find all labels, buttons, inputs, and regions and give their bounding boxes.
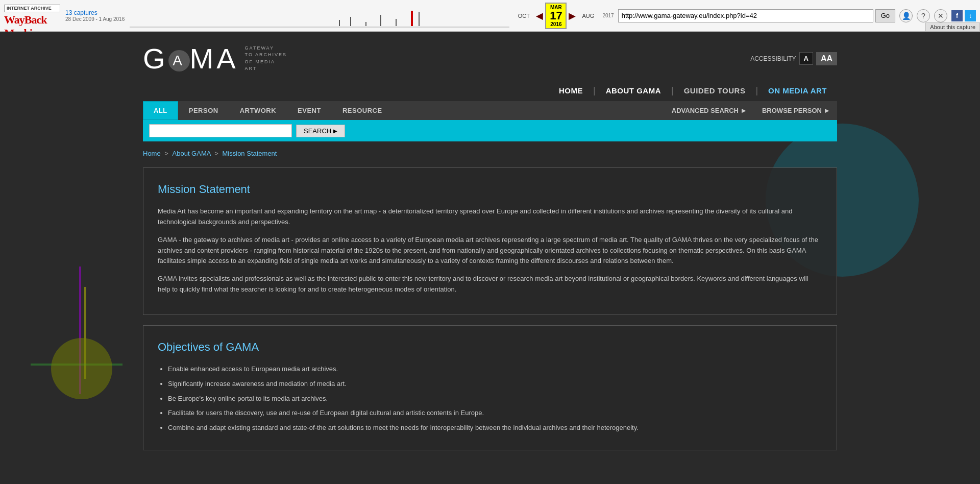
breadcrumb-home[interactable]: Home (143, 150, 161, 157)
breadcrumb-sep-2: > (214, 150, 220, 157)
url-bar: Go (618, 9, 895, 22)
prev-month-label: OCT (513, 13, 534, 19)
nav-guided-tours[interactable]: GUIDED TOURS (674, 86, 756, 95)
search-bar: SEARCH (143, 120, 837, 141)
tab-all[interactable]: ALL (143, 101, 178, 120)
next-month-label: AUG (578, 13, 598, 19)
paragraph-1: Media Art has become an important and ex… (158, 206, 822, 228)
accessibility-label: ACCESSIBILITY (750, 55, 796, 62)
list-item: Significantly increase awareness and med… (168, 379, 822, 390)
captures-date: 28 Dec 2009 - 1 Aug 2016 (65, 16, 125, 22)
nav-home[interactable]: HOME (549, 86, 593, 95)
close-icon[interactable]: ✕ (934, 9, 947, 22)
wayback-toolbar: INTERNET ARCHIVE WayBackMachine 13 captu… (0, 0, 980, 32)
search-button[interactable]: SEARCH (296, 125, 345, 137)
help-icon[interactable]: ? (917, 9, 930, 22)
accessibility-bar: ACCESSIBILITY A AA (750, 52, 837, 65)
tab-artwork[interactable]: ARTWORK (229, 101, 287, 120)
timeline[interactable] (130, 3, 509, 29)
breadcrumb-current[interactable]: Mission Statement (223, 150, 277, 157)
current-date-box: MAR 17 2016 (545, 3, 567, 29)
accessibility-large-btn[interactable]: AA (816, 52, 837, 65)
main-content-box: Mission Statement Media Art has become a… (143, 167, 837, 315)
breadcrumb: Home > About GAMA > Mission Statement (143, 150, 837, 157)
nav-on-media-art[interactable]: ON MEDIA ART (758, 86, 837, 95)
internet-archive-logo[interactable]: INTERNET ARCHIVE WayBackMachine (4, 5, 60, 27)
next-year: 2017 (602, 13, 614, 18)
accessibility-small-btn[interactable]: A (799, 52, 813, 65)
tab-event[interactable]: EVENT (287, 101, 332, 120)
logo-container: GAMA GATEWAY TO ARCHIVES OF MEDIA ART (143, 42, 287, 75)
list-item: Combine and adapt existing standard and … (168, 423, 822, 433)
user-icon[interactable]: 👤 (899, 9, 913, 22)
objectives-title: Objectives of GAMA (158, 338, 822, 356)
go-button[interactable]: Go (875, 9, 895, 22)
list-item: Facilitate for users the discovery, use … (168, 408, 822, 419)
breadcrumb-about-gama[interactable]: About GAMA (173, 150, 211, 157)
tab-resource[interactable]: RESOURCE (332, 101, 393, 120)
paragraph-2: GAMA - the gateway to archives of media … (158, 235, 822, 267)
search-input[interactable] (149, 124, 292, 137)
breadcrumb-sep-1: > (164, 150, 170, 157)
site-wrapper: GAMA GATEWAY TO ARCHIVES OF MEDIA ART AC… (0, 32, 980, 484)
gama-logo[interactable]: GAMA (143, 42, 239, 75)
url-input[interactable] (618, 9, 873, 22)
search-tabs: ALL PERSON ARTWORK EVENT RESOURCE ADVANC… (143, 101, 837, 120)
list-item: Be Europe's key online portal to its med… (168, 394, 822, 404)
paragraph-3: GAMA invites specialists and professiona… (158, 274, 822, 295)
twitter-icon[interactable]: t (965, 10, 976, 21)
content-area: ALL PERSON ARTWORK EVENT RESOURCE ADVANC… (0, 101, 980, 450)
tab-person[interactable]: PERSON (178, 101, 229, 120)
advanced-search-btn[interactable]: ADVANCED SEARCH (664, 102, 754, 119)
objectives-list: Enable enhanced access to European media… (168, 364, 822, 433)
nav-about-gama[interactable]: ABOUT GAMA (596, 86, 671, 95)
toolbar-icons: 👤 ? ✕ f t (899, 9, 976, 22)
list-item: Enable enhanced access to European media… (168, 364, 822, 375)
site-header: GAMA GATEWAY TO ARCHIVES OF MEDIA ART AC… (0, 32, 980, 80)
captures-link[interactable]: 13 captures (65, 9, 125, 16)
captures-info: 13 captures 28 Dec 2009 - 1 Aug 2016 (65, 9, 125, 22)
logo-tagline: GATEWAY TO ARCHIVES OF MEDIA ART (245, 45, 287, 72)
about-capture-btn[interactable]: About this capture (925, 22, 980, 31)
browse-person-btn[interactable]: BROWSE PERSON (754, 102, 837, 119)
prev-arrow[interactable]: ◀ (536, 10, 543, 21)
social-links: f t (951, 10, 976, 21)
next-arrow[interactable]: ▶ (569, 10, 576, 21)
calendar-nav: OCT ◀ MAR 17 2016 ▶ AUG 2017 (513, 3, 614, 29)
objectives-box: Objectives of GAMA Enable enhanced acces… (143, 325, 837, 450)
main-nav: HOME | ABOUT GAMA | GUIDED TOURS | ON ME… (0, 80, 980, 101)
page-title: Mission Statement (158, 180, 822, 198)
facebook-icon[interactable]: f (951, 10, 963, 21)
